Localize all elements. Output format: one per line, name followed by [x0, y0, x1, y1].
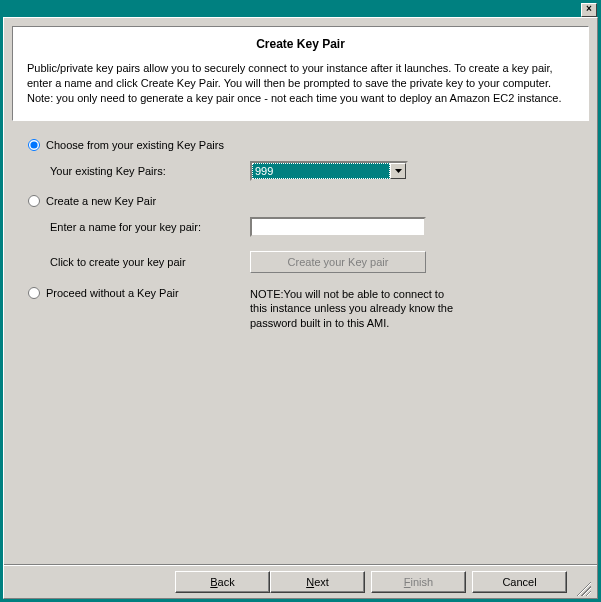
option-proceed-without-radio[interactable]: Proceed without a Key Pair — [28, 287, 250, 299]
option-label: Proceed without a Key Pair — [46, 287, 179, 299]
option-label: Choose from your existing Key Pairs — [46, 139, 224, 151]
radio-choose-existing[interactable] — [28, 139, 40, 151]
create-keypair-label: Click to create your key pair — [50, 256, 250, 268]
finish-button[interactable]: Finish — [371, 571, 466, 593]
create-keypair-row: Click to create your key pair Create you… — [50, 251, 577, 273]
option-choose-existing[interactable]: Choose from your existing Key Pairs — [28, 139, 577, 151]
option-create-new[interactable]: Create a new Key Pair — [28, 195, 577, 207]
option-proceed-without: Proceed without a Key Pair NOTE:You will… — [28, 287, 577, 332]
next-button[interactable]: Next — [270, 571, 365, 593]
titlebar: × — [3, 3, 598, 17]
radio-create-new[interactable] — [28, 195, 40, 207]
new-keypair-name-row: Enter a name for your key pair: — [50, 217, 577, 237]
wizard-footer: Back Next Finish Cancel — [4, 564, 597, 598]
cancel-button[interactable]: Cancel — [472, 571, 567, 593]
radio-proceed-without[interactable] — [28, 287, 40, 299]
wizard-window: × Create Key Pair Public/private key pai… — [0, 0, 601, 602]
back-button[interactable]: Back — [175, 571, 270, 593]
create-keypair-button[interactable]: Create your Key pair — [250, 251, 426, 273]
close-icon[interactable]: × — [581, 3, 597, 17]
svg-marker-0 — [395, 169, 402, 173]
option-label: Create a new Key Pair — [46, 195, 156, 207]
existing-keypair-label: Your existing Key Pairs: — [50, 165, 250, 177]
proceed-without-note: NOTE:You will not be able to connect to … — [250, 287, 460, 332]
content-area: Create Key Pair Public/private key pairs… — [3, 17, 598, 599]
existing-keypair-row: Your existing Key Pairs: 999 — [50, 161, 577, 181]
resize-grip-icon[interactable] — [573, 578, 591, 596]
existing-keypair-select[interactable]: 999 — [250, 161, 408, 181]
select-value: 999 — [252, 163, 390, 179]
page-description: Public/private key pairs allow you to se… — [27, 61, 574, 106]
main-area: Choose from your existing Key Pairs Your… — [4, 121, 597, 564]
header-panel: Create Key Pair Public/private key pairs… — [12, 26, 589, 121]
new-keypair-name-label: Enter a name for your key pair: — [50, 221, 250, 233]
keypair-name-input[interactable] — [250, 217, 426, 237]
chevron-down-icon[interactable] — [390, 163, 406, 179]
page-title: Create Key Pair — [27, 37, 574, 51]
